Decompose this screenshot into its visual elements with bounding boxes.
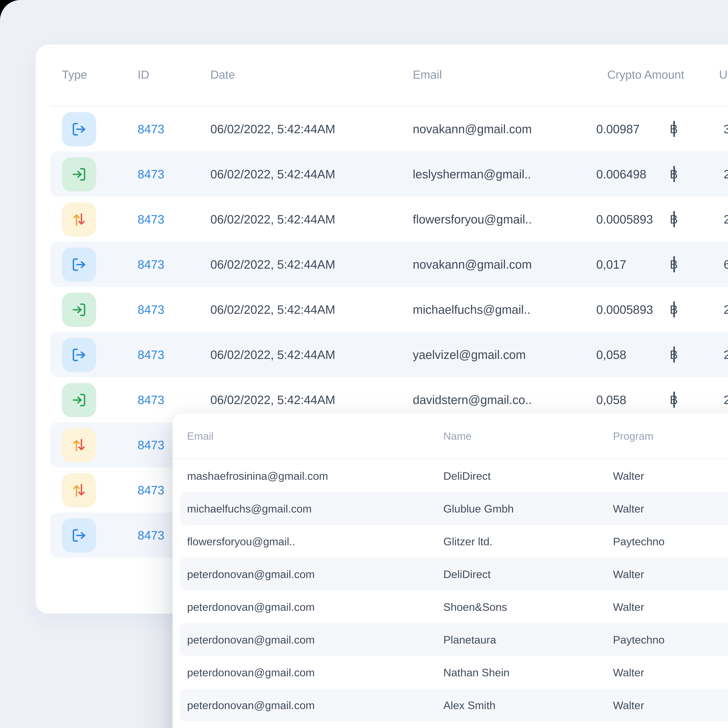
- kyb-name: Glitzer ltd.: [444, 535, 613, 548]
- kyb-email: flowersforyou@gmail..: [187, 535, 444, 548]
- transaction-id-link[interactable]: 8473: [138, 212, 164, 225]
- kyb-email: peterdonovan@gmail.com: [187, 568, 444, 580]
- kyb-program: Walter: [613, 699, 728, 711]
- kyb-name: Alex Smith: [444, 699, 613, 711]
- crypto-amount: 0,017: [596, 257, 626, 271]
- kyb-program: Paytechno: [613, 535, 728, 548]
- kyb-row: flowersforyou@gmail.com DeliDirect Payte…: [180, 722, 728, 728]
- usd-amount: 2000: [723, 393, 728, 407]
- kyb-row: michaelfuchs@gmail.com Glublue Gmbh Walt…: [180, 492, 728, 525]
- kyb-row: flowersforyou@gmail.. Glitzer ltd. Payte…: [180, 525, 728, 558]
- transactions-header-row: Type ID Date Email Crypto Amount USD Amo…: [50, 44, 728, 106]
- kyb-name: Glublue Gmbh: [444, 502, 613, 515]
- column-header-date: Date: [199, 69, 402, 81]
- kyb-email: mashaefrosinina@gmail.com: [187, 470, 444, 482]
- transfer-out-icon: [62, 518, 96, 552]
- crypto-currency-symbol: B: [670, 213, 678, 225]
- crypto-currency-symbol: B: [670, 303, 678, 315]
- crypto-currency-symbol: B: [670, 258, 678, 271]
- transaction-date: 06/02/2022, 5:42:44AM: [199, 257, 402, 271]
- exchange-icon: [62, 428, 96, 462]
- usd-amount: 20,32: [723, 212, 728, 226]
- kyb-email: peterdonovan@gmail.com: [187, 666, 444, 679]
- kyb-email: peterdonovan@gmail.com: [187, 699, 444, 711]
- column-header-crypto-amount: Crypto Amount: [586, 69, 705, 81]
- transaction-id-link[interactable]: 8473: [138, 167, 164, 180]
- crypto-amount: 0.0005893: [596, 212, 653, 226]
- crypto-currency-symbol: B: [670, 394, 678, 406]
- crypto-amount: 0.00987: [596, 122, 639, 136]
- kyb-row: mashaefrosinina@gmail.com DeliDirect Wal…: [180, 459, 728, 492]
- kyb-program: Walter: [613, 601, 728, 613]
- kyb-program: Paytechno: [613, 633, 728, 646]
- column-header-id: ID: [126, 69, 199, 81]
- transaction-date: 06/02/2022, 5:42:44AM: [199, 393, 402, 407]
- transaction-id-link[interactable]: 8473: [138, 528, 164, 541]
- transaction-date: 06/02/2022, 5:42:44AM: [199, 212, 402, 226]
- exchange-icon: [62, 202, 96, 236]
- kyb-row: peterdonovan@gmail.com Alex Smith Walter: [180, 689, 728, 722]
- transaction-id-link[interactable]: 8473: [138, 438, 164, 451]
- usd-amount: 2: [723, 303, 728, 317]
- crypto-currency-symbol: B: [670, 168, 678, 180]
- transaction-row: 8473 06/02/2022, 5:42:44AM novakann@gmai…: [50, 106, 728, 151]
- kyb-email: peterdonovan@gmail.com: [187, 601, 444, 613]
- transaction-id-link[interactable]: 8473: [138, 483, 164, 496]
- kyb-name: Shoen&Sons: [444, 601, 613, 613]
- exchange-icon: [62, 473, 96, 507]
- kyb-header-row: Email Name Program KYB Status Actions: [173, 413, 728, 459]
- transfer-out-icon: [62, 247, 96, 281]
- transaction-id-link[interactable]: 8473: [138, 393, 164, 406]
- transaction-id-link[interactable]: 8473: [138, 303, 164, 316]
- transaction-row: 8473 06/02/2022, 5:42:44AM leslysherman@…: [50, 151, 728, 197]
- transaction-id-link[interactable]: 8473: [138, 257, 164, 271]
- kyb-row: peterdonovan@gmail.com Shoen&Sons Walter: [180, 590, 728, 623]
- crypto-amount: 0.006498: [596, 167, 646, 181]
- transfer-out-icon: [62, 112, 96, 146]
- crypto-currency-symbol: B: [670, 349, 678, 361]
- kyb-name: Planetaura: [444, 633, 613, 646]
- usd-amount: 600: [723, 257, 728, 271]
- kyb-program: Walter: [613, 666, 728, 679]
- transaction-email: flowersforyou@gmail..: [402, 212, 586, 226]
- transaction-email: michaelfuchs@gmail..: [402, 303, 586, 317]
- transfer-out-icon: [62, 338, 96, 372]
- transaction-email: novakann@gmail.com: [402, 122, 586, 136]
- kyb-email: peterdonovan@gmail.com: [187, 633, 444, 646]
- kyb-row: peterdonovan@gmail.com DeliDirect Walter: [180, 558, 728, 590]
- usd-amount: 2000: [723, 348, 728, 361]
- kyb-column-header-name: Name: [444, 430, 613, 442]
- transfer-in-icon: [62, 382, 96, 417]
- transaction-date: 06/02/2022, 5:42:44AM: [199, 303, 402, 317]
- kyb-panel: Email Name Program KYB Status Actions ma…: [173, 413, 728, 728]
- app-window: Type ID Date Email Crypto Amount USD Amo…: [0, 0, 728, 728]
- transfer-in-icon: [62, 292, 96, 327]
- kyb-program: Walter: [613, 568, 728, 580]
- column-header-type: Type: [50, 69, 126, 81]
- transaction-row: 8473 06/02/2022, 5:42:44AM novakann@gmai…: [50, 242, 728, 287]
- kyb-column-header-program: Program: [613, 430, 728, 442]
- transaction-row: 8473 06/02/2022, 5:42:44AM michaelfuchs@…: [50, 287, 728, 332]
- transaction-id-link[interactable]: 8473: [138, 122, 164, 135]
- crypto-currency-symbol: B: [670, 123, 678, 135]
- transaction-date: 06/02/2022, 5:42:44AM: [199, 167, 402, 181]
- usd-amount: 224,02: [723, 167, 728, 181]
- crypto-amount: 0.0005893: [596, 303, 653, 317]
- kyb-body: mashaefrosinina@gmail.com DeliDirect Wal…: [173, 459, 728, 728]
- transaction-email: davidstern@gmail.co..: [402, 393, 586, 407]
- kyb-name: DeliDirect: [444, 568, 613, 580]
- transaction-email: leslysherman@gmail..: [402, 167, 586, 181]
- kyb-program: Walter: [613, 470, 728, 482]
- kyb-email: michaelfuchs@gmail.com: [187, 502, 444, 515]
- column-header-usd-amount: USD Amount: [705, 69, 728, 81]
- transaction-id-link[interactable]: 8473: [138, 348, 164, 361]
- crypto-amount: 0,058: [596, 348, 626, 361]
- transaction-email: novakann@gmail.com: [402, 257, 586, 271]
- kyb-column-header-email: Email: [187, 430, 444, 442]
- kyb-program: Walter: [613, 502, 728, 515]
- kyb-name: Nathan Shein: [444, 666, 613, 679]
- transaction-date: 06/02/2022, 5:42:44AM: [199, 348, 402, 361]
- transaction-date: 06/02/2022, 5:42:44AM: [199, 122, 402, 136]
- kyb-row: peterdonovan@gmail.com Nathan Shein Walt…: [180, 656, 728, 689]
- kyb-row: peterdonovan@gmail.com Planetaura Paytec…: [180, 623, 728, 656]
